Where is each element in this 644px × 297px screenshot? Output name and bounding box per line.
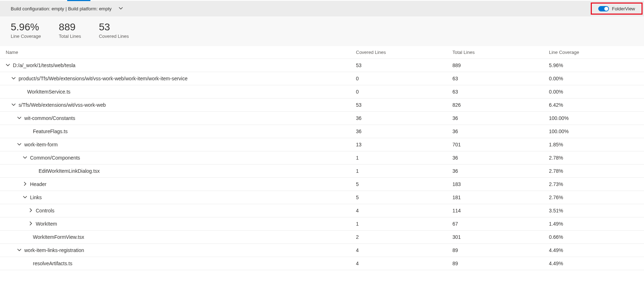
table-row[interactable]: EditWorkItemLinkDialog.tsx1362.78% — [0, 165, 644, 178]
cell-covered: 1 — [356, 221, 452, 227]
row-name: WorkItem — [36, 221, 57, 227]
cell-coverage: 0.66% — [549, 234, 638, 240]
table-row[interactable]: Header51832.73% — [0, 178, 644, 191]
name-cell: Common/Components — [6, 155, 356, 161]
row-name: Links — [30, 195, 42, 200]
table-row[interactable]: s/Tfs/Web/extensions/wit/vss-work-web538… — [0, 99, 644, 112]
name-cell: product/s/Tfs/Web/extensions/wit/vss-wor… — [6, 76, 356, 81]
chevron-down-icon[interactable] — [6, 62, 10, 68]
cell-total: 67 — [452, 221, 549, 227]
cell-total: 36 — [452, 155, 549, 161]
table-row[interactable]: product/s/Tfs/Web/extensions/wit/vss-wor… — [0, 72, 644, 85]
cell-coverage: 2.76% — [549, 195, 638, 200]
cell-covered: 4 — [356, 261, 452, 266]
table-row[interactable]: D:/a/_work/1/tests/web/tesla538895.96% — [0, 59, 644, 72]
name-cell: Header — [6, 181, 356, 187]
row-name: wit-common/Constants — [24, 115, 75, 121]
row-name: s/Tfs/Web/extensions/wit/vss-work-web — [19, 102, 106, 108]
table-row[interactable]: FeatureFlags.ts3636100.00% — [0, 125, 644, 138]
row-name: product/s/Tfs/Web/extensions/wit/vss-wor… — [19, 76, 188, 81]
name-cell: work-item-form — [6, 142, 356, 147]
name-cell: wit-common/Constants — [6, 115, 356, 121]
cell-coverage: 3.51% — [549, 208, 638, 213]
cell-covered: 36 — [356, 129, 452, 134]
cell-covered: 4 — [356, 208, 452, 213]
name-cell: s/Tfs/Web/extensions/wit/vss-work-web — [6, 102, 356, 108]
col-name[interactable]: Name — [6, 50, 356, 55]
table-row[interactable]: work-item-links-registration4894.49% — [0, 244, 644, 257]
cell-coverage: 2.78% — [549, 155, 638, 161]
col-covered[interactable]: Covered Lines — [356, 50, 452, 55]
name-cell: Controls — [6, 208, 356, 213]
table-row[interactable]: wit-common/Constants3636100.00% — [0, 112, 644, 125]
chevron-down-icon[interactable] — [23, 195, 27, 200]
col-total[interactable]: Total Lines — [452, 50, 549, 55]
chevron-down-icon[interactable] — [23, 155, 27, 161]
config-dropdown[interactable]: Build configuration: empty | Build platf… — [0, 6, 123, 11]
cell-total: 36 — [452, 129, 549, 134]
col-coverage[interactable]: Line Coverage — [549, 50, 638, 55]
name-cell: resolveArtifacts.ts — [6, 261, 356, 266]
table-row[interactable]: WorkItem1671.49% — [0, 217, 644, 231]
config-text: Build configuration: empty | Build platf… — [11, 6, 112, 11]
chevron-right-icon[interactable] — [23, 181, 27, 187]
cell-covered: 53 — [356, 62, 452, 68]
row-name: WorkItemFormView.tsx — [33, 234, 84, 240]
table-row[interactable]: WorkItemService.ts0630.00% — [0, 85, 644, 99]
cell-coverage: 1.85% — [549, 142, 638, 147]
chevron-down-icon[interactable] — [11, 76, 16, 81]
cell-total: 63 — [452, 89, 549, 95]
name-cell: D:/a/_work/1/tests/web/tesla — [6, 62, 356, 68]
table-row[interactable]: WorkItemFormView.tsx23010.66% — [0, 231, 644, 244]
chevron-right-icon[interactable] — [29, 221, 33, 227]
row-name: EditWorkItemLinkDialog.tsx — [39, 168, 100, 174]
chevron-down-icon[interactable] — [17, 247, 21, 253]
cell-total: 36 — [452, 115, 549, 121]
folder-view-toggle[interactable] — [598, 6, 609, 11]
table-header-row: Name Covered Lines Total Lines Line Cove… — [0, 46, 644, 59]
cell-coverage: 100.00% — [549, 115, 638, 121]
chevron-down-icon[interactable] — [17, 115, 21, 121]
cell-coverage: 2.78% — [549, 168, 638, 174]
cell-total: 826 — [452, 102, 549, 108]
cell-covered: 0 — [356, 89, 452, 95]
cell-covered: 13 — [356, 142, 452, 147]
config-topbar: Build configuration: empty | Build platf… — [0, 0, 644, 16]
cell-covered: 5 — [356, 195, 452, 200]
chevron-down-icon[interactable] — [17, 142, 21, 147]
cell-coverage: 0.00% — [549, 89, 638, 95]
row-name: FeatureFlags.ts — [33, 129, 68, 134]
coverage-table: Name Covered Lines Total Lines Line Cove… — [0, 46, 644, 270]
table-row[interactable]: work-item-form137011.85% — [0, 138, 644, 151]
stat-line-coverage: 5.96% Line Coverage — [11, 22, 41, 39]
cell-covered: 0 — [356, 76, 452, 81]
row-name: Header — [30, 181, 46, 187]
row-name: WorkItemService.ts — [27, 89, 70, 95]
stat-total-lines: 889 Total Lines — [59, 22, 81, 39]
folder-view-label: FolderView — [612, 6, 635, 11]
row-name: work-item-form — [24, 142, 58, 147]
cell-coverage: 0.00% — [549, 76, 638, 81]
table-row[interactable]: resolveArtifacts.ts4894.49% — [0, 257, 644, 270]
cell-coverage: 6.42% — [549, 102, 638, 108]
row-name: work-item-links-registration — [24, 247, 84, 253]
name-cell: Links — [6, 195, 356, 200]
chevron-right-icon[interactable] — [29, 208, 33, 213]
table-row[interactable]: Common/Components1362.78% — [0, 151, 644, 165]
row-name: resolveArtifacts.ts — [33, 261, 72, 266]
name-cell: work-item-links-registration — [6, 247, 356, 253]
cell-total: 36 — [452, 168, 549, 174]
row-name: D:/a/_work/1/tests/web/tesla — [13, 62, 75, 68]
cell-coverage: 4.49% — [549, 261, 638, 266]
name-cell: WorkItem — [6, 221, 356, 227]
cell-covered: 36 — [356, 115, 452, 121]
cell-total: 114 — [452, 208, 549, 213]
table-row[interactable]: Links51812.76% — [0, 191, 644, 204]
name-cell: WorkItemFormView.tsx — [6, 234, 356, 240]
table-row[interactable]: Controls41143.51% — [0, 204, 644, 217]
cell-covered: 1 — [356, 155, 452, 161]
cell-total: 181 — [452, 195, 549, 200]
cell-coverage: 2.73% — [549, 181, 638, 187]
chevron-down-icon[interactable] — [11, 102, 16, 108]
name-cell: FeatureFlags.ts — [6, 129, 356, 134]
